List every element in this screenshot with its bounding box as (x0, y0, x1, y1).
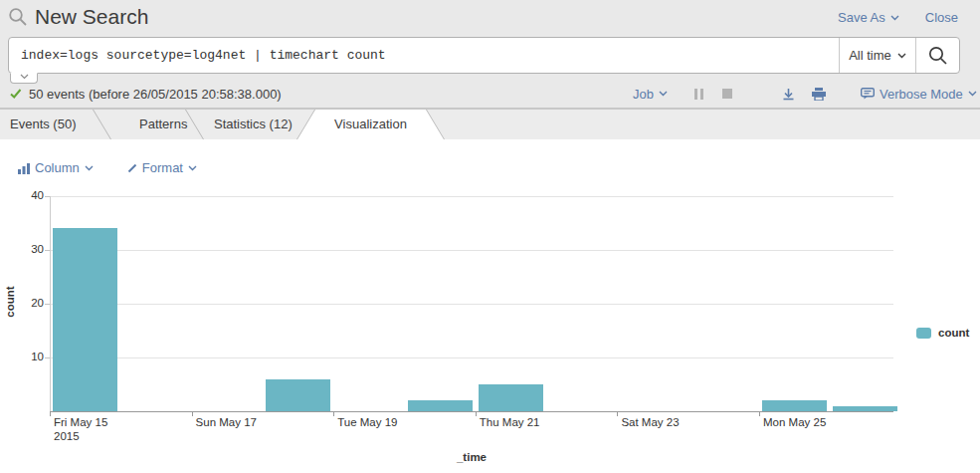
search-icon (8, 7, 28, 27)
time-range-picker[interactable]: All time (839, 38, 915, 73)
y-tick-label: 20 (0, 297, 44, 309)
pause-icon[interactable] (694, 89, 703, 100)
tab-divider (93, 110, 111, 139)
gridline (50, 196, 893, 197)
chart-bar[interactable] (408, 400, 473, 411)
y-tick-label: 40 (0, 189, 44, 201)
y-tick-label: 30 (0, 243, 44, 255)
events-summary: 50 events (before 26/05/2015 20:58:38.00… (10, 80, 282, 108)
page-title-text: New Search (35, 5, 148, 29)
legend-label: count (938, 327, 969, 339)
gridline (50, 304, 893, 305)
chart-bar[interactable] (833, 406, 897, 411)
legend-entry[interactable]: count (916, 327, 969, 339)
x-tick (759, 411, 760, 416)
check-icon (10, 89, 22, 99)
stop-icon[interactable] (722, 89, 732, 99)
job-controls: Job (633, 80, 977, 108)
gridline (50, 357, 893, 358)
x-tick (192, 411, 193, 416)
tab-visualization[interactable]: Visualization (296, 110, 445, 139)
column-chart-icon (18, 162, 30, 174)
legend-swatch (916, 328, 931, 339)
x-tick-label: Sat May 23 (621, 415, 679, 429)
chart-bar[interactable] (479, 384, 543, 411)
x-tick (617, 411, 618, 416)
x-tick-label: Fri May 152015 (54, 415, 107, 443)
visualization-controls: Column Format (18, 160, 197, 175)
timechart: count _time count 10203040Fri May 152015… (0, 189, 980, 473)
x-tick-sublabel: 2015 (54, 429, 107, 443)
tab-events[interactable]: Events (50) (10, 110, 76, 139)
x-tick-label: Sun May 17 (196, 415, 257, 429)
x-axis-title: _time (50, 451, 893, 463)
y-axis-line (50, 196, 51, 411)
search-query-input[interactable] (9, 38, 839, 73)
top-chrome: New Search Save As Close All time (0, 0, 980, 108)
chart-bar[interactable] (266, 379, 330, 411)
active-tab-label: Visualization (296, 110, 445, 139)
print-icon[interactable] (812, 88, 826, 101)
y-tick-label: 10 (0, 351, 44, 362)
chevron-down-icon (659, 91, 668, 97)
verbose-mode-icon (861, 88, 875, 100)
job-status-bar: 50 events (before 26/05/2015 20:58:38.00… (0, 80, 980, 108)
x-tick (50, 411, 51, 416)
gridline (50, 250, 893, 251)
tab-patterns[interactable]: Patterns (139, 110, 187, 139)
verbose-mode-button[interactable]: Verbose Mode (861, 87, 977, 102)
page-title: New Search (8, 5, 148, 29)
format-menu-button[interactable]: Format (127, 160, 197, 175)
chevron-down-icon (897, 53, 906, 59)
chart-bar[interactable] (762, 400, 827, 411)
run-search-button[interactable] (915, 38, 959, 73)
x-tick (333, 411, 334, 416)
chevron-down-icon (85, 165, 94, 171)
chevron-down-icon (188, 165, 197, 171)
header-links: Save As Close (838, 10, 958, 25)
results-tabs: Events (50) Patterns Statistics (12) Vis… (0, 110, 980, 139)
chart-bar[interactable] (53, 228, 117, 411)
x-tick (476, 411, 477, 416)
chevron-down-icon (890, 15, 899, 21)
chevron-down-icon (968, 91, 977, 97)
x-tick-label: Mon May 25 (763, 415, 826, 429)
chart-type-picker[interactable]: Column (18, 160, 94, 175)
x-tick-label: Thu May 21 (480, 415, 540, 429)
tab-statistics[interactable]: Statistics (12) (214, 110, 293, 139)
job-menu-button[interactable]: Job (633, 87, 668, 102)
export-icon[interactable] (782, 88, 795, 101)
search-bar: All time (8, 37, 960, 74)
pencil-icon (127, 163, 137, 173)
search-icon (927, 45, 949, 67)
save-as-button[interactable]: Save As (838, 10, 899, 25)
x-tick-label: Tue May 19 (337, 415, 397, 429)
close-button[interactable]: Close (925, 10, 958, 25)
tab-divider (185, 110, 204, 139)
x-axis-line (50, 411, 893, 412)
